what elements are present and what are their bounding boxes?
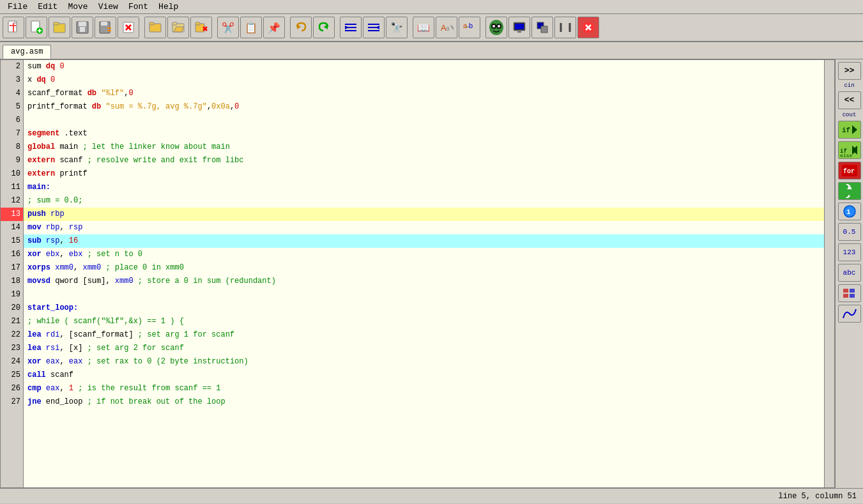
- code-line-25[interactable]: call scanf: [24, 369, 824, 382]
- menu-help[interactable]: Help: [153, 1, 183, 13]
- code-line-8[interactable]: global main ; let the linker know about …: [24, 141, 824, 154]
- code-line-15[interactable]: sub rsp, 16: [24, 234, 824, 248]
- line-number-10: 10: [1, 167, 23, 181]
- line-number-11: 11: [1, 181, 23, 194]
- save-as-button[interactable]: [95, 17, 116, 38]
- code-line-4[interactable]: scanf_format db "%lf",0: [24, 87, 824, 100]
- code-line-19[interactable]: [24, 288, 824, 302]
- data-btn[interactable]: [838, 284, 861, 302]
- debug-box-button[interactable]: [531, 17, 553, 38]
- svg-point-49: [498, 25, 500, 27]
- svg-rect-54: [541, 26, 547, 33]
- int-btn[interactable]: 123: [838, 243, 861, 261]
- code-line-11[interactable]: main:: [24, 181, 824, 194]
- line-number-8: 8: [1, 141, 23, 154]
- code-line-22[interactable]: lea rdi, [scanf_format] ; set arg 1 for …: [24, 328, 824, 342]
- line-number-20: 20: [1, 302, 23, 315]
- editor-container: 2345678910111213141516171819202122232425…: [0, 59, 835, 488]
- if-else-btn[interactable]: ifelse: [838, 141, 861, 159]
- book-button[interactable]: 📖: [413, 17, 434, 38]
- menu-view[interactable]: View: [93, 1, 123, 13]
- line-number-25: 25: [1, 369, 23, 382]
- code-area[interactable]: sum dq 0x dq 0scanf_format db "%lf",0pri…: [24, 60, 824, 487]
- svg-marker-38: [376, 26, 379, 29]
- cin-btn[interactable]: >>: [838, 62, 861, 80]
- func-btn[interactable]: [838, 305, 861, 323]
- while-btn[interactable]: [838, 182, 861, 200]
- svg-rect-12: [80, 27, 85, 32]
- menu-file[interactable]: File: [3, 1, 33, 13]
- svg-rect-73: [850, 289, 855, 293]
- for-btn[interactable]: for: [838, 162, 861, 179]
- code-line-2[interactable]: sum dq 0: [24, 60, 824, 73]
- code-line-10[interactable]: extern printf: [24, 167, 824, 181]
- new-file-button[interactable]: [3, 17, 24, 38]
- code-line-26[interactable]: cmp eax, 1 ; is the result from scanf ==…: [24, 382, 824, 395]
- add-button[interactable]: [26, 17, 47, 38]
- val-btn[interactable]: 0.5: [838, 223, 861, 241]
- line-number-22: 22: [1, 328, 23, 342]
- save-button[interactable]: [72, 17, 93, 38]
- copy-button[interactable]: 📋: [240, 17, 262, 38]
- code-line-18[interactable]: movsd qword [sum], xmm0 ; store a 0 in s…: [24, 275, 824, 288]
- code-line-23[interactable]: lea rsi, [x] ; set arg 2 for scanf: [24, 342, 824, 355]
- code-line-14[interactable]: mov rbp, rsp: [24, 221, 824, 234]
- undo-button[interactable]: [290, 17, 312, 38]
- menu-font[interactable]: Font: [123, 1, 153, 13]
- vertical-scrollbar[interactable]: [824, 60, 834, 487]
- svg-rect-71: [843, 289, 848, 293]
- code-line-21[interactable]: ; while ( scanf("%lf",&x) == 1 ) {: [24, 315, 824, 328]
- binoculars-button[interactable]: 🔭: [386, 17, 408, 38]
- unindent-button[interactable]: [363, 17, 385, 38]
- new-folder-button[interactable]: [144, 17, 166, 38]
- code-line-24[interactable]: xor eax, eax ; set rax to 0 (2 byte inst…: [24, 355, 824, 369]
- close-button[interactable]: [118, 17, 139, 38]
- code-line-17[interactable]: xorps xmm0, xmm0 ; place 0 in xmm0: [24, 261, 824, 275]
- open-button[interactable]: [49, 17, 70, 38]
- toolbar: ✂️ 📋 📌 🔭 📖 Aa ab: [0, 14, 863, 42]
- code-line-16[interactable]: xor ebx, ebx ; set n to 0: [24, 248, 824, 261]
- svg-marker-29: [297, 24, 301, 29]
- svg-point-48: [493, 25, 495, 27]
- alien-button[interactable]: [485, 17, 507, 38]
- statusbar: line 5, column 51: [0, 488, 863, 503]
- cut-button[interactable]: ✂️: [217, 17, 239, 38]
- menu-move[interactable]: Move: [63, 1, 93, 13]
- menu-edit[interactable]: Edit: [33, 1, 63, 13]
- step-button[interactable]: [554, 17, 576, 38]
- line-number-2: 2: [1, 60, 23, 73]
- replace-button[interactable]: ab: [459, 17, 480, 38]
- code-line-5[interactable]: printf_format db "sum = %.7g, avg %.7g",…: [24, 100, 824, 114]
- code-line-7[interactable]: segment .text: [24, 127, 824, 141]
- main-area: 2345678910111213141516171819202122232425…: [0, 59, 863, 488]
- svg-rect-21: [149, 22, 154, 25]
- code-line-9[interactable]: extern scanf ; resolve write and exit fr…: [24, 154, 824, 167]
- indent-button[interactable]: [340, 17, 362, 38]
- str-btn[interactable]: abc: [838, 264, 861, 282]
- redo-button[interactable]: [313, 17, 335, 38]
- folder-open-button[interactable]: [167, 17, 189, 38]
- paste-button[interactable]: 📌: [263, 17, 285, 38]
- delete-folder-button[interactable]: [190, 17, 212, 38]
- cout-btn[interactable]: <<: [838, 91, 861, 109]
- line-number-17: 17: [1, 261, 23, 275]
- if-btn[interactable]: if: [838, 121, 861, 139]
- line-number-23: 23: [1, 342, 23, 355]
- code-line-12[interactable]: ; sum = 0.0;: [24, 194, 824, 208]
- svg-text:a: a: [463, 22, 468, 29]
- code-line-3[interactable]: x dq 0: [24, 73, 824, 87]
- step1-btn[interactable]: 1: [838, 202, 861, 220]
- svg-rect-72: [843, 294, 848, 298]
- tab-avg-asm[interactable]: avg.asm: [3, 45, 51, 59]
- svg-rect-23: [172, 22, 177, 25]
- stop-button[interactable]: [577, 17, 599, 38]
- debug-screen-button[interactable]: [508, 17, 530, 38]
- code-line-27[interactable]: jne end_loop ; if not break out of the l…: [24, 395, 824, 409]
- code-line-13[interactable]: push rbp: [24, 208, 824, 221]
- find-button[interactable]: Aa: [436, 17, 457, 38]
- svg-rect-26: [195, 22, 200, 25]
- code-line-6[interactable]: [24, 114, 824, 127]
- svg-text:if: if: [842, 126, 851, 134]
- svg-rect-11: [79, 22, 86, 26]
- code-line-20[interactable]: start_loop:: [24, 302, 824, 315]
